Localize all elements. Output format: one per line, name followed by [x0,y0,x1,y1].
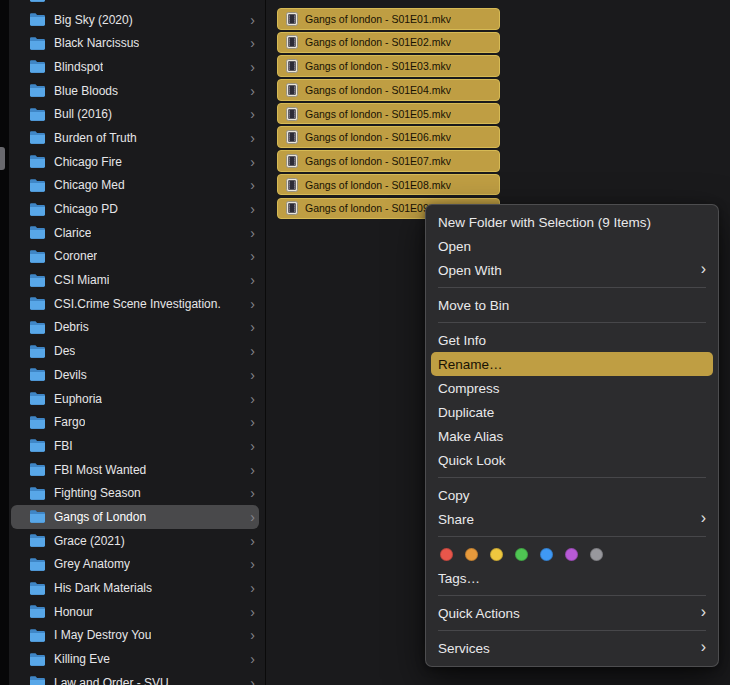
folder-icon [29,250,46,263]
sidebar-item-csi-crime-scene-investigation[interactable]: CSI.Crime Scene Investigation.› [9,292,265,316]
menu-item-quick-look[interactable]: Quick Look [426,448,718,472]
file-name: Gangs of london - S01E07.mkv [305,155,451,167]
menu-item-services[interactable]: Services› [426,636,718,660]
sidebar-item-fbi-most-wanted[interactable]: FBI Most Wanted› [9,458,265,482]
sidebar-item-big-sky-2020[interactable]: Big Sky (2020)› [9,8,265,32]
folder-icon [29,60,46,73]
sidebar-item-csi-miami[interactable]: CSI Miami› [9,268,265,292]
chevron-right-icon: › [246,676,255,685]
menu-item-tags[interactable]: Tags… [426,566,718,590]
menu-item-move-to-bin[interactable]: Move to Bin [426,293,718,317]
menu-item-quick-actions[interactable]: Quick Actions› [426,601,718,625]
sidebar-item-label: Des [54,344,75,358]
sidebar-item-label: Blue Bloods [54,84,118,98]
folder-icon [29,676,46,685]
menu-item-make-alias[interactable]: Make Alias [426,424,718,448]
tag-color-blue-icon[interactable] [540,548,553,561]
sidebar-item-chicago-med[interactable]: Chicago Med› [9,174,265,198]
file-item[interactable]: Gangs of london - S01E02.mkv [277,32,500,54]
file-item[interactable]: Gangs of london - S01E05.mkv [277,103,500,125]
sidebar-item-label: FBI Most Wanted [54,463,146,477]
chevron-right-icon: › [246,439,255,453]
menu-item-get-info[interactable]: Get Info [426,328,718,352]
sidebar-item-blue-bloods[interactable]: Blue Bloods› [9,79,265,103]
sidebar-item-des[interactable]: Des› [9,339,265,363]
sidebar-item-gangs-of-london[interactable]: Gangs of London› [11,505,259,529]
sidebar-item-debris[interactable]: Debris› [9,316,265,340]
menu-item-label: Make Alias [438,429,503,444]
chevron-right-icon: › [246,581,255,595]
menu-item-label: Move to Bin [438,298,509,313]
sidebar-item-label: Devils [54,368,87,382]
folder-icon [29,510,46,523]
sidebar-item-label: Bull (2016) [54,107,112,121]
sidebar-item-partial[interactable]: › [9,0,265,8]
file-item[interactable]: Gangs of london - S01E07.mkv [277,150,500,172]
folder-icon [29,487,46,500]
folder-icon [29,179,46,192]
sidebar-item-honour[interactable]: Honour› [9,600,265,624]
sidebar-item-burden-of-truth[interactable]: Burden of Truth› [9,126,265,150]
folder-icon [29,653,46,666]
sidebar-item-label: FBI [54,439,73,453]
chevron-right-icon: › [246,84,255,98]
chevron-right-icon: › [246,605,255,619]
sidebar-item-label: Burden of Truth [54,131,137,145]
sidebar-item-label: Gangs of London [54,510,146,524]
sidebar-item-euphoria[interactable]: Euphoria› [9,387,265,411]
tag-color-orange-icon[interactable] [465,548,478,561]
sidebar-item-grey-anatomy[interactable]: Grey Anatomy› [9,553,265,577]
sidebar-item-fighting-season[interactable]: Fighting Season› [9,481,265,505]
tag-color-purple-icon[interactable] [565,548,578,561]
tag-color-yellow-icon[interactable] [490,548,503,561]
menu-item-open-with[interactable]: Open With› [426,258,718,282]
file-item[interactable]: Gangs of london - S01E06.mkv [277,126,500,148]
sidebar-item-law-and-order-svu[interactable]: Law and Order - SVU› [9,671,265,685]
sidebar-item-i-may-destroy-you[interactable]: I May Destroy You› [9,624,265,648]
menu-item-compress[interactable]: Compress [426,376,718,400]
menu-item-duplicate[interactable]: Duplicate [426,400,718,424]
sidebar-item-clarice[interactable]: Clarice› [9,221,265,245]
window-edge-strip [0,0,9,685]
menu-item-label: Tags… [438,571,480,586]
sidebar-item-devils[interactable]: Devils› [9,363,265,387]
chevron-right-icon: › [246,534,255,548]
sidebar-item-bull-2016[interactable]: Bull (2016)› [9,102,265,126]
tag-color-grey-icon[interactable] [590,548,603,561]
sidebar-item-chicago-fire[interactable]: Chicago Fire› [9,150,265,174]
menu-item-new-folder-with-selection-9-items[interactable]: New Folder with Selection (9 Items) [426,210,718,234]
file-item[interactable]: Gangs of london - S01E04.mkv [277,79,500,101]
video-file-icon [286,35,298,49]
folder-icon [29,297,46,310]
sidebar-item-blindspot[interactable]: Blindspot› [9,55,265,79]
sidebar-item-label: Killing Eve [54,652,110,666]
chevron-right-icon: › [246,368,255,382]
menu-item-rename[interactable]: Rename… [431,352,713,376]
folder-column: ›Big Sky (2020)›Black Narcissus›Blindspo… [9,0,266,685]
menu-item-copy[interactable]: Copy [426,483,718,507]
sidebar-item-black-narcissus[interactable]: Black Narcissus› [9,31,265,55]
file-item[interactable]: Gangs of london - S01E08.mkv [277,174,500,196]
sidebar-item-grace-2021[interactable]: Grace (2021)› [9,529,265,553]
menu-separator [438,322,706,323]
file-item[interactable]: Gangs of london - S01E03.mkv [277,55,500,77]
folder-icon [29,108,46,121]
chevron-right-icon: › [246,131,255,145]
tag-color-green-icon[interactable] [515,548,528,561]
sidebar-item-label: Fargo [54,415,85,429]
chevron-right-icon: › [246,0,255,3]
tag-color-red-icon[interactable] [440,548,453,561]
sidebar-item-fbi[interactable]: FBI› [9,434,265,458]
menu-item-share[interactable]: Share› [426,507,718,531]
folder-icon [29,84,46,97]
file-name: Gangs of london - S01E08.mkv [305,179,451,191]
tag-colors-row [426,542,718,566]
sidebar-item-fargo[interactable]: Fargo› [9,410,265,434]
menu-item-label: Copy [438,488,470,503]
sidebar-item-coroner[interactable]: Coroner› [9,245,265,269]
sidebar-item-chicago-pd[interactable]: Chicago PD› [9,197,265,221]
file-item[interactable]: Gangs of london - S01E01.mkv [277,8,500,30]
menu-item-open[interactable]: Open [426,234,718,258]
sidebar-item-killing-eve[interactable]: Killing Eve› [9,647,265,671]
sidebar-item-his-dark-materials[interactable]: His Dark Materials› [9,576,265,600]
